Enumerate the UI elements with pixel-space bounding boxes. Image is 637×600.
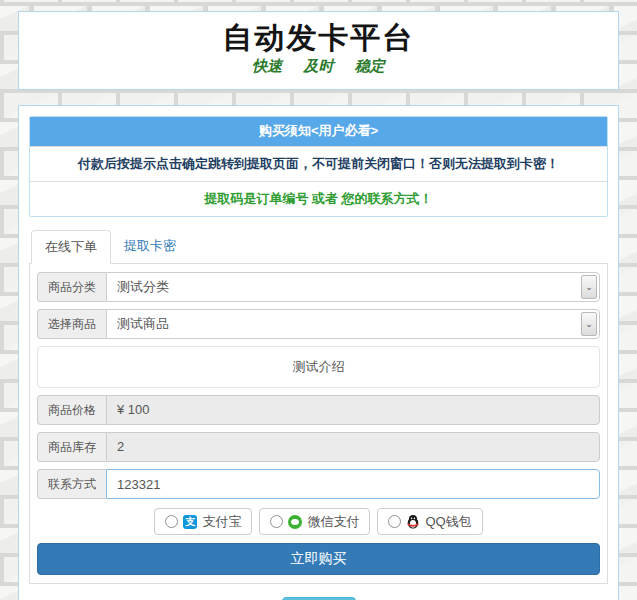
stock-value: 2: [106, 432, 600, 462]
header-panel: 自动发卡平台 快速 及时 稳定: [18, 11, 619, 90]
tab-bar: 在线下单 提取卡密: [29, 230, 608, 264]
product-selected-value: 测试商品: [117, 316, 169, 331]
price-value: ¥ 100: [106, 395, 600, 425]
category-row: 商品分类 测试分类 ⌄: [37, 272, 600, 302]
category-selected-value: 测试分类: [117, 279, 169, 294]
qq-wallet-icon: [406, 514, 420, 529]
category-label: 商品分类: [37, 272, 106, 302]
tab-online-order[interactable]: 在线下单: [31, 230, 111, 264]
category-select[interactable]: 测试分类 ⌄: [106, 272, 600, 302]
wechat-label: 微信支付: [307, 513, 359, 531]
price-row: 商品价格 ¥ 100: [37, 395, 600, 425]
wechat-radio[interactable]: [270, 515, 283, 528]
purchase-notice-panel: 购买须知<用户必看> 付款后按提示点击确定跳转到提取页面，不可提前关闭窗口！否则…: [29, 116, 608, 217]
chevron-down-icon[interactable]: ⌄: [581, 312, 597, 336]
alipay-label: 支付宝: [202, 513, 241, 531]
contact-label: 联系方式: [37, 469, 106, 499]
payment-methods: 支 支付宝 微信支付: [37, 508, 600, 535]
alipay-icon: 支: [183, 515, 197, 529]
product-intro: 测试介绍: [37, 346, 600, 388]
pay-option-alipay[interactable]: 支 支付宝: [154, 508, 252, 535]
contact-input[interactable]: [106, 469, 600, 499]
site-subtitle: 快速 及时 稳定: [19, 57, 618, 76]
qq-radio[interactable]: [388, 515, 401, 528]
contact-row: 联系方式: [37, 469, 600, 499]
buy-now-button[interactable]: 立即购买: [37, 543, 600, 575]
tab-get-card[interactable]: 提取卡密: [111, 230, 189, 264]
notice-pickup-text: 提取码是订单编号 或者 您的联系方式！: [30, 181, 607, 216]
pay-option-wechat[interactable]: 微信支付: [259, 508, 370, 535]
price-label: 商品价格: [37, 395, 106, 425]
qq-label: QQ钱包: [425, 513, 471, 531]
product-label: 选择商品: [37, 309, 106, 339]
order-form: 商品分类 测试分类 ⌄ 选择商品 测试商品 ⌄ 测试介绍 商品价格 ¥ 100 …: [29, 264, 608, 584]
notice-warning-text: 付款后按提示点击确定跳转到提取页面，不可提前关闭窗口！否则无法提取到卡密！: [30, 146, 607, 181]
stock-row: 商品库存 2: [37, 432, 600, 462]
pay-option-qq[interactable]: QQ钱包: [377, 508, 482, 535]
site-title: 自动发卡平台: [19, 12, 618, 55]
alipay-radio[interactable]: [165, 515, 178, 528]
chevron-down-icon[interactable]: ⌄: [581, 275, 597, 299]
notice-title: 购买须知<用户必看>: [30, 117, 607, 146]
main-panel: 购买须知<用户必看> 付款后按提示点击确定跳转到提取页面，不可提前关闭窗口！否则…: [18, 105, 619, 600]
footer-area: 联系客服: [29, 584, 608, 600]
product-row: 选择商品 测试商品 ⌄: [37, 309, 600, 339]
stock-label: 商品库存: [37, 432, 106, 462]
product-select[interactable]: 测试商品 ⌄: [106, 309, 600, 339]
wechat-icon: [288, 515, 302, 529]
